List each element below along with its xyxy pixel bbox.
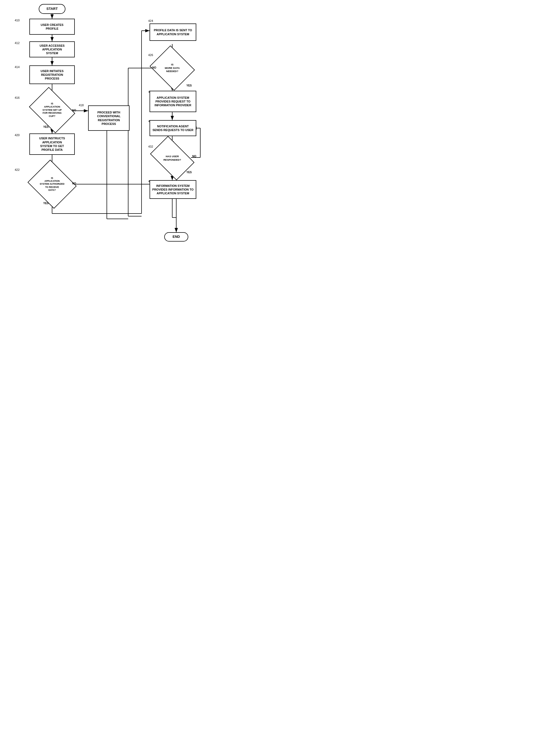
node-424: PROFILE DATA IS SENT TO APPLICATION SYST… — [150, 23, 196, 41]
ref-418: 418 — [79, 104, 84, 107]
label-yes-432: YES — [186, 171, 192, 174]
ref-412: 412 — [15, 41, 19, 45]
ref-422: 422 — [15, 168, 19, 171]
ref-432: 432 — [148, 145, 153, 148]
node-420: USER INSTRUCTS APPLICATION SYSTEM TO GET… — [29, 134, 75, 155]
node-412: USER ACCESSES APPLICATION SYSTEM — [29, 41, 75, 57]
start-node: START — [39, 4, 65, 14]
flowchart: START 410 USER CREATES PROFILE 412 USER … — [0, 0, 203, 264]
node-416: IS APPLICATION SYSTEM SET UP FOR RECEIVI… — [33, 96, 71, 124]
ref-424: 424 — [148, 19, 153, 22]
label-yes-416: YES — [43, 126, 49, 128]
ref-414: 414 — [15, 65, 19, 69]
label-no-432: NO — [192, 155, 196, 158]
end-node: END — [164, 232, 188, 242]
node-422: IS APPLICATION SYSTEM AUTHORIZED TO RECE… — [33, 168, 71, 200]
node-414: USER INITIATES REGISTRATION PROCESS — [29, 65, 75, 84]
label-no-426: NO — [152, 66, 156, 69]
node-410: USER CREATES PROFILE — [29, 19, 75, 35]
ref-426: 426 — [148, 53, 153, 57]
node-434: INFORMATION SYSTEM PROVIDES INFORMATION … — [150, 180, 196, 199]
label-no-422: NO — [72, 182, 76, 185]
ref-410: 410 — [15, 19, 19, 22]
node-418: PROCEED WITH CONVENTIONAL REGISTRATION P… — [88, 105, 130, 131]
ref-416: 416 — [15, 96, 19, 99]
node-432: HAS USER RESPONDED? — [154, 146, 191, 171]
node-430: NOTIFICATION AGENT SENDS REQUESTS TO USE… — [150, 120, 196, 136]
label-no-416: NO — [72, 109, 76, 112]
node-426: IS MORE DATA NEEDED? — [155, 53, 190, 83]
ref-420: 420 — [15, 134, 19, 137]
label-yes-426: YES — [186, 84, 192, 87]
label-yes-422: YES — [43, 202, 49, 205]
node-428: APPLICATION SYSTEM PROVIDES REQUEST TO I… — [150, 91, 196, 112]
